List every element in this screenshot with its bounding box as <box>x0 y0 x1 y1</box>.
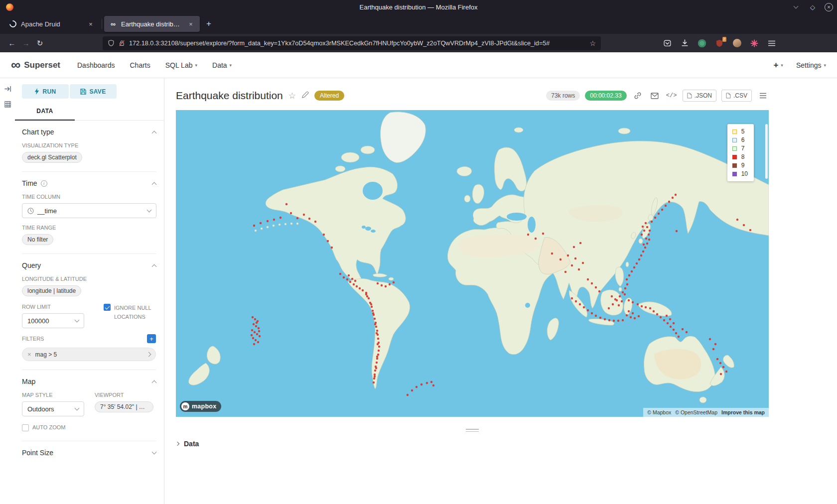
checkbox-unchecked-icon[interactable] <box>22 424 29 431</box>
save-button[interactable]: SAVE <box>70 84 117 99</box>
panel-resizer[interactable] <box>176 429 769 432</box>
checkbox-checked-icon[interactable] <box>104 304 111 311</box>
embed-code-icon[interactable]: </> <box>666 90 678 102</box>
favorite-star-icon[interactable]: ☆ <box>288 91 296 101</box>
query-header[interactable]: Query <box>22 261 156 269</box>
close-window-icon[interactable]: × <box>825 3 833 11</box>
tab-data[interactable]: DATA <box>15 104 75 119</box>
edit-pencil-icon[interactable] <box>301 91 309 101</box>
reload-icon[interactable]: ↻ <box>33 37 47 50</box>
filter-chip[interactable]: × mag > 5 <box>22 348 156 361</box>
superset-logo[interactable]: ∞ Superset <box>11 58 60 72</box>
viewport-chip[interactable]: 7° 35' 54.02" | 31... <box>95 401 153 412</box>
download-icon[interactable] <box>679 38 690 49</box>
data-results-panel[interactable]: Data <box>176 440 837 448</box>
add-filter-button[interactable]: + <box>147 334 156 343</box>
maximize-icon[interactable]: ◇ <box>808 2 818 11</box>
legend-item[interactable]: 8 <box>732 153 748 160</box>
query-timer-badge: 00:00:02.33 <box>585 91 626 101</box>
close-tab-icon[interactable]: × <box>87 20 95 28</box>
earthquake-point <box>407 394 409 396</box>
row-limit-select[interactable]: 100000 <box>22 313 84 328</box>
chart-title: Earthquake distribution <box>176 90 283 102</box>
extension-asterisk-icon[interactable] <box>749 38 760 49</box>
map-header[interactable]: Map <box>22 378 156 385</box>
menu-icon[interactable] <box>766 38 777 49</box>
earthquake-point <box>535 238 537 240</box>
nav-data[interactable]: Data▾ <box>212 61 232 69</box>
lonlat-chip[interactable]: longitude | latitude <box>22 285 81 296</box>
earthquake-point <box>675 332 677 334</box>
earthquake-point <box>725 371 727 373</box>
back-icon[interactable]: ← <box>5 37 19 50</box>
earthquake-point <box>393 281 395 283</box>
earthquake-point <box>290 212 292 214</box>
nav-charts[interactable]: Charts <box>130 61 150 69</box>
email-icon[interactable] <box>649 90 661 102</box>
map-style-select[interactable]: Outdoors <box>22 401 84 416</box>
extension-green-icon[interactable] <box>697 38 707 49</box>
earthquake-point <box>371 306 373 308</box>
mapbox-logo[interactable]: m mapbox <box>180 401 221 412</box>
remove-filter-icon[interactable]: × <box>27 351 31 358</box>
earthquake-point <box>574 257 576 259</box>
minimize-icon[interactable] <box>791 2 801 11</box>
new-item-button[interactable]: +▾ <box>773 60 783 70</box>
extension-shield-icon[interactable]: 2 <box>714 38 725 49</box>
ignore-null-checkbox-row[interactable]: IGNORE NULL LOCATIONS <box>104 304 156 321</box>
dataset-grid-icon[interactable] <box>4 101 11 108</box>
export-csv-button[interactable]: .CSV <box>721 90 752 102</box>
bookmark-star-icon[interactable]: ☆ <box>589 39 596 47</box>
nav-dashboards[interactable]: Dashboards <box>77 61 115 69</box>
drag-handle-icon[interactable] <box>466 429 479 432</box>
tab-apache-druid[interactable]: Apache Druid × <box>4 16 100 32</box>
time-range-chip[interactable]: No filter <box>22 234 53 245</box>
chart-menu-icon[interactable] <box>757 90 769 102</box>
shield-icon[interactable] <box>108 39 115 47</box>
world-map[interactable]: 5678910 m mapbox © Mapbox © OpenStreetMa… <box>176 110 769 417</box>
section-map: Map MAP STYLE Outdoors VIEWPORT 7° 35' 5… <box>22 370 156 441</box>
viz-type-chip[interactable]: deck.gl Scatterplot <box>22 152 82 163</box>
legend-item[interactable]: 10 <box>732 170 748 177</box>
pocket-icon[interactable] <box>662 38 673 49</box>
point-size-header[interactable]: Point Size <box>22 449 156 457</box>
auto-zoom-checkbox-row[interactable]: AUTO ZOOM <box>22 423 156 432</box>
earthquake-point <box>636 262 638 264</box>
legend-item[interactable]: 9 <box>732 162 748 169</box>
attribution-improve[interactable]: Improve this map <box>721 409 765 415</box>
earthquake-point <box>672 197 674 199</box>
time-header[interactable]: Timei <box>22 179 156 187</box>
legend-item[interactable]: 6 <box>732 136 748 143</box>
share-link-icon[interactable] <box>632 90 644 102</box>
nav-sql-lab[interactable]: SQL Lab▾ <box>165 61 197 69</box>
legend-item[interactable]: 5 <box>732 128 748 135</box>
export-json-button[interactable]: .JSON <box>683 90 716 102</box>
url-text[interactable]: 172.18.0.3:32108/superset/explore/?form_… <box>129 40 585 47</box>
tab-earthquake-distribution[interactable]: ∞ Earthquake distribution × <box>104 16 200 32</box>
attribution-osm[interactable]: © OpenStreetMap <box>675 409 717 415</box>
chevron-up-icon <box>152 264 157 269</box>
forward-icon[interactable]: → <box>19 37 33 50</box>
url-bar[interactable]: 172.18.0.3:32108/superset/explore/?form_… <box>103 36 601 50</box>
legend-item[interactable]: 7 <box>732 145 748 152</box>
firefox-icon[interactable] <box>6 3 13 11</box>
close-tab-icon[interactable]: × <box>187 20 195 28</box>
time-column-select[interactable]: __time <box>22 203 156 218</box>
earthquake-point <box>376 362 378 364</box>
run-button[interactable]: RUN <box>22 84 69 99</box>
earthquake-point <box>575 300 577 302</box>
profile-avatar[interactable] <box>731 38 742 49</box>
legend-label: 7 <box>741 145 745 152</box>
attribution-mapbox[interactable]: © Mapbox <box>647 409 671 415</box>
insecure-lock-icon[interactable] <box>119 39 125 47</box>
collapse-panel-icon[interactable] <box>4 85 11 93</box>
altered-badge[interactable]: Altered <box>314 91 344 101</box>
chart-type-header[interactable]: Chart type <box>22 128 156 136</box>
nav-settings[interactable]: Settings▾ <box>796 61 826 69</box>
earthquake-point <box>567 254 569 256</box>
earthquake-point <box>376 330 378 332</box>
new-tab-button[interactable]: + <box>202 17 216 31</box>
scrollbar-thumb[interactable] <box>765 124 768 179</box>
earthquake-point <box>308 218 310 220</box>
clock-icon <box>27 208 34 214</box>
